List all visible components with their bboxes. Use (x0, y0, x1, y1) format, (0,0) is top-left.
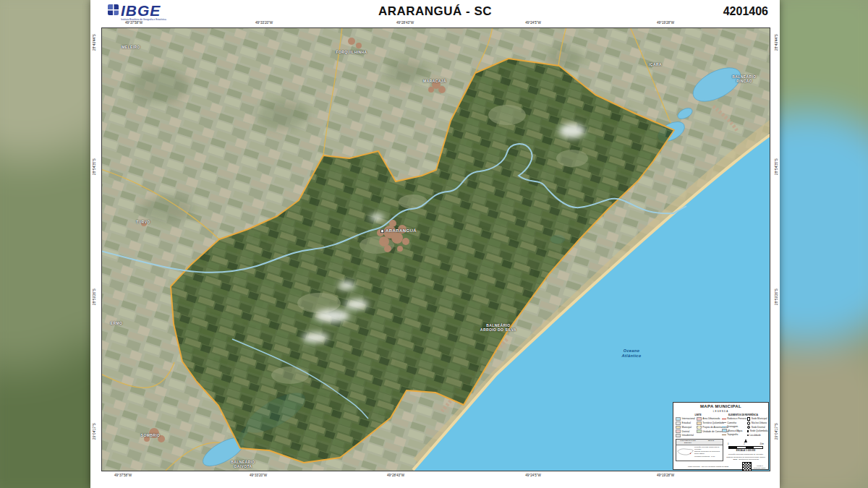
coord-label-left: 28°59'26"S (93, 284, 96, 310)
legend-limits-column: Internacional Estadual Municipal Distrit… (676, 417, 695, 437)
legend-item: Localidade (747, 434, 767, 437)
place-label: MARACAJÁ (423, 79, 446, 83)
coord-label-bottom: 49°19'28"W (657, 474, 674, 477)
scale-label: ESCALA 1:120.000 (736, 450, 756, 453)
legend-title: MAPA MUNICIPAL (676, 404, 766, 410)
legend-ref-column: Rodovia e Ferrovia Caminho Drenagem Mass… (722, 417, 746, 437)
legend-ref-header: ELEMENTOS DE REFERÊNCIA (720, 414, 766, 417)
screenshot-stage: IBGE Instituto Brasileiro de Geografia e… (0, 0, 868, 488)
coord-label-bottom: 49°37'58"W (114, 474, 132, 477)
scale-tick-labels: 024 km (728, 443, 764, 445)
santa-catarina-outline-icon (677, 446, 694, 458)
scale-block: 024 km ESCALA 1:120.000 Projeção Univers… (726, 439, 766, 461)
state-locator-box: LOCALIZAÇÃO NO ESTADO NOTAS Projeção Uni… (676, 439, 723, 461)
place-label: MELEIRO (122, 45, 140, 49)
coord-label-top: 49°28'43"W (396, 21, 414, 25)
coord-label-bottom: 49°24'5"W (525, 474, 540, 477)
coord-label-right: 29°04'17"S (775, 419, 778, 445)
coord-label-left: 29°04'17"S (93, 419, 96, 445)
coord-label-top: 49°19'28"W (657, 21, 674, 25)
district-circle-icon (747, 426, 751, 429)
legend-panel: MAPA MUNICIPAL LEGENDA LIMITE ELEMENTOS … (673, 402, 769, 470)
legend-item: Topografia (722, 433, 746, 436)
legend-item: Sede Municipal (747, 417, 767, 421)
legend-item: Território Quilombola (697, 421, 720, 425)
legend-item: Rodovia e Ferrovia (722, 417, 746, 420)
seat-marker-icon (380, 229, 384, 233)
projection-credits: Projeção Universal Transversa de Mercato… (726, 453, 765, 461)
satellite-map-art (102, 28, 770, 471)
seat-square-icon (747, 417, 751, 421)
legend-item: Projeto de Assentamento (697, 426, 720, 429)
legend-item: Sede Quilombola (747, 429, 767, 432)
ocean-label: Oceano Atlântico (621, 348, 641, 359)
place-label: IÇARA (649, 62, 662, 67)
locator-notes: Projeção Universal Transversa de Mercato… (694, 446, 722, 458)
place-label: SOMBRIO (141, 433, 161, 437)
legend-item: Núcleo Urbano (747, 421, 767, 425)
legend-areas-column: Área Urbanizada Território Quilombola Pr… (697, 417, 720, 437)
legend-seats-column: Sede Municipal Núcleo Urbano Sede Distri… (747, 417, 767, 437)
coord-label-bottom: 49°28'43"W (387, 474, 404, 477)
qr-caption: Acesse o conteúdo digital (753, 465, 766, 469)
coord-label-right: 28°54'35"S (775, 154, 778, 180)
place-label: ERMO (111, 321, 123, 325)
qr-code-icon (742, 462, 752, 471)
legend-item: Municipal (676, 426, 695, 429)
place-label: TURVO (136, 220, 150, 224)
sheet-header: IBGE Instituto Brasileiro de Geografia e… (90, 0, 780, 27)
legend-item: Massa d'Água (722, 429, 746, 432)
place-label: BALNEÁRIO GAIVOTA (231, 460, 255, 469)
place-label: BALNEÁRIO RINCÃO (732, 74, 756, 84)
place-label: BALNEÁRIO ARROIO DO SILVA (480, 323, 516, 333)
coord-label-top: 49°33'20"W (255, 21, 273, 25)
legend-item: Distrital (676, 429, 695, 433)
municipality-seat-label: ARARANGUÁ (380, 228, 417, 234)
coord-label-left: 28°54'35"S (93, 154, 96, 180)
map-title: ARARANGUÁ - SC (90, 4, 780, 19)
legend-item: Caminho (722, 421, 746, 424)
coord-label-right: 28°49'44"S (775, 30, 778, 56)
quilombola-square-icon (747, 430, 749, 432)
locator-header: LOCALIZAÇÃO NO ESTADO (676, 440, 699, 445)
legend-item: Intradistrital (676, 434, 695, 437)
legend-item: Sede Distrital (747, 426, 767, 429)
locality-dot-icon (747, 435, 749, 436)
legend-item: Drenagem (722, 425, 746, 428)
map-canvas: MELEIRO FORQUILHINHA MARACAJÁ IÇARA BALN… (101, 27, 770, 471)
place-label: FORQUILHINHA (336, 50, 367, 54)
municipality-code: 4201406 (723, 5, 768, 18)
urban-circle-icon (747, 421, 751, 425)
legend-item: Estadual (676, 421, 695, 425)
coord-label-bottom: 49°33'20"W (250, 474, 267, 477)
map-sheet: IBGE Instituto Brasileiro de Geografia e… (90, 0, 780, 488)
legend-item: Internacional (676, 417, 695, 421)
coord-label-right: 28°59'26"S (775, 284, 778, 310)
legend-limits-header: LIMITE (676, 414, 720, 417)
notes-header: NOTAS (699, 440, 723, 445)
north-arrow-icon (744, 439, 747, 442)
legend-item: Unidade de Conservação (697, 429, 720, 433)
coord-label-top: 49°24'5"W (525, 21, 540, 25)
legend-footer-caption: Mapa Municipal - uso livre mediante cita… (676, 466, 741, 468)
coord-label-top: 49°37'58"W (125, 21, 142, 25)
legend-item: Área Urbanizada (697, 417, 720, 421)
coord-label-left: 28°49'44"S (93, 30, 96, 56)
